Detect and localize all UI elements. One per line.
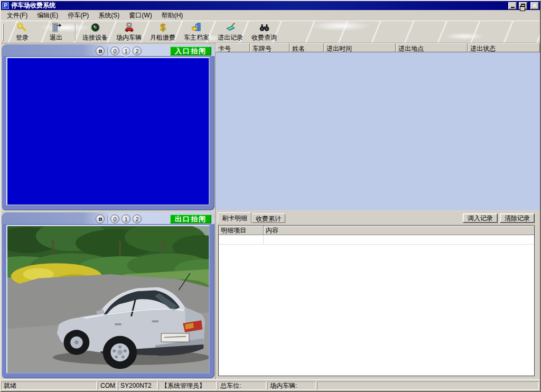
- entrance-channel-buttons: 0 1 2: [96, 46, 142, 55]
- column-header-detail-item[interactable]: 明细项目: [219, 226, 264, 235]
- channel-separator: [107, 215, 108, 223]
- toolbar-button-label: 退出: [50, 33, 62, 42]
- restore-button[interactable]: [519, 2, 527, 10]
- fee-query-button[interactable]: 收费查询: [247, 22, 281, 43]
- binoculars-icon: [259, 22, 270, 33]
- tab-card-detail[interactable]: 刷卡明细: [218, 212, 251, 223]
- exit-camera-photo: [7, 226, 209, 372]
- main-area: 0 1 2 入口抬闸 0 1: [1, 43, 540, 379]
- entrance-channel-1-button[interactable]: 1: [122, 46, 130, 55]
- exit-snapshot-button[interactable]: [96, 214, 105, 223]
- status-extra: [317, 381, 539, 390]
- entrance-camera-panel: 0 1 2 入口抬闸: [2, 44, 214, 210]
- app-window: P 停车场收费系统 × 文件(F) 编辑(E) 停车(P) 系统(S) 窗口(W…: [0, 0, 541, 392]
- toolbar-button-label: 连接设备: [82, 33, 108, 42]
- toolbar-button-label: 进出记录: [218, 33, 243, 42]
- records-list-body: [216, 52, 540, 210]
- detail-table-body: [219, 245, 534, 376]
- inout-records-button[interactable]: 进出记录: [213, 22, 247, 43]
- tab-fee-total[interactable]: 收费累计: [251, 213, 285, 223]
- entrance-gate-open-button[interactable]: 入口抬闸: [170, 46, 211, 55]
- exit-camera-panel: 0 1 2 出口抬闸: [2, 212, 214, 378]
- column-header-plate-no[interactable]: 车牌号: [250, 43, 290, 52]
- status-total-spaces: 总车位:: [218, 381, 266, 390]
- minimize-button[interactable]: [508, 2, 517, 10]
- toolbar-grip[interactable]: [2, 23, 4, 41]
- toolbar-button-label: 登录: [16, 33, 29, 42]
- toolbar-button-label: 场内车辆: [116, 33, 142, 42]
- exit-channel-1-button[interactable]: 1: [122, 214, 130, 223]
- window-title: 停车场收费系统: [11, 1, 506, 10]
- detail-table-header: 明细项目 内容: [219, 226, 534, 235]
- detail-table: 明细项目 内容: [218, 225, 535, 376]
- detail-empty-row: [219, 235, 534, 245]
- detail-panel: 刷卡明细 收费累计 调入记录 清除记录 明细项目 内容: [216, 210, 540, 379]
- toolbar-button-label: 车主档案: [184, 33, 209, 42]
- entrance-channel-2-button[interactable]: 2: [133, 46, 142, 55]
- dollar-glyph: $: [160, 22, 165, 33]
- login-button[interactable]: 登录: [5, 22, 39, 43]
- exit-gate-open-button[interactable]: 出口抬闸: [170, 214, 211, 223]
- clear-records-button[interactable]: 清除记录: [500, 213, 535, 223]
- channel-separator: [107, 47, 108, 55]
- entrance-camera-header: 0 1 2 入口抬闸: [2, 44, 214, 56]
- exit-channel-buttons: 0 1 2: [96, 214, 142, 223]
- close-button[interactable]: ×: [530, 2, 539, 10]
- inpark-vehicles-button[interactable]: 场内车辆: [112, 22, 146, 43]
- exit-video-feed: [6, 225, 210, 374]
- exit-door-icon: [51, 22, 62, 33]
- menu-file[interactable]: 文件(F): [2, 10, 32, 21]
- exit-camera-header: 0 1 2 出口抬闸: [2, 212, 214, 224]
- records-table-header: 卡号 车牌号 姓名 进出时间 进出地点 进出状态: [216, 43, 540, 52]
- status-bar: 就绪 COM1 SY200NT2 【系统管理员】 总车位: 场内车辆:: [1, 379, 540, 391]
- camera-column: 0 1 2 入口抬闸 0 1: [1, 43, 215, 379]
- exit-channel-2-button[interactable]: 2: [133, 214, 142, 223]
- key-icon: [17, 22, 28, 33]
- toolbar-button-label: 月租缴费: [150, 33, 175, 42]
- entrance-snapshot-button[interactable]: [96, 46, 105, 55]
- owner-archive-button[interactable]: 车主档案: [180, 22, 213, 43]
- notepad-pen-icon: [225, 22, 236, 33]
- exit-channel-0-button[interactable]: 0: [110, 214, 119, 223]
- status-com-port: COM1: [98, 381, 117, 390]
- status-operator: 【系统管理员】: [158, 381, 217, 390]
- column-header-inout-status[interactable]: 进出状态: [468, 43, 540, 52]
- status-ready: 就绪: [1, 381, 97, 390]
- menu-system[interactable]: 系统(S): [94, 10, 124, 21]
- column-header-inout-time[interactable]: 进出时间: [324, 43, 396, 52]
- menu-bar: 文件(F) 编辑(E) 停车(P) 系统(S) 窗口(W) 帮助(H): [1, 10, 540, 21]
- status-in-park: 场内车辆:: [267, 381, 316, 390]
- square-icon: [99, 218, 102, 221]
- monthly-fee-button[interactable]: $ 月租缴费: [146, 22, 180, 43]
- booth-car-icon: [124, 22, 135, 33]
- menu-park[interactable]: 停车(P): [63, 10, 94, 21]
- menu-help[interactable]: 帮助(H): [157, 10, 188, 21]
- dollar-icon: $: [157, 22, 169, 33]
- title-bar: P 停车场收费系统 ×: [1, 1, 540, 10]
- menu-window[interactable]: 窗口(W): [124, 10, 156, 21]
- records-column: 卡号 车牌号 姓名 进出时间 进出地点 进出状态 刷卡明细 收费累计 调入记录 …: [215, 43, 540, 379]
- detail-empty-cell: [219, 235, 264, 244]
- load-records-button[interactable]: 调入记录: [463, 213, 498, 223]
- column-header-inout-place[interactable]: 进出地点: [396, 43, 468, 52]
- connect-device-button[interactable]: 连接设备: [78, 22, 112, 43]
- detail-tab-row: 刷卡明细 收费累计 调入记录 清除记录: [217, 212, 539, 223]
- entrance-video-feed: [6, 57, 210, 206]
- square-icon: [99, 50, 102, 53]
- toolbar-button-label: 收费查询: [251, 33, 277, 42]
- restore-icon: [521, 4, 525, 7]
- status-device: SY200NT2: [118, 381, 157, 390]
- logout-button[interactable]: 退出: [39, 22, 73, 43]
- menu-edit[interactable]: 编辑(E): [32, 10, 63, 21]
- archive-books-icon: [191, 22, 202, 33]
- minimize-icon: [511, 7, 515, 8]
- column-header-name[interactable]: 姓名: [290, 43, 324, 52]
- column-header-content[interactable]: 内容: [264, 226, 534, 235]
- column-header-card-no[interactable]: 卡号: [216, 43, 250, 52]
- toolbar: 登录 退出 连接设备: [1, 21, 540, 43]
- close-icon: ×: [533, 3, 536, 8]
- toolbar-separator: [75, 23, 76, 41]
- entrance-channel-0-button[interactable]: 0: [110, 46, 119, 55]
- app-icon: P: [2, 2, 9, 9]
- camera-lens-icon: [90, 22, 101, 33]
